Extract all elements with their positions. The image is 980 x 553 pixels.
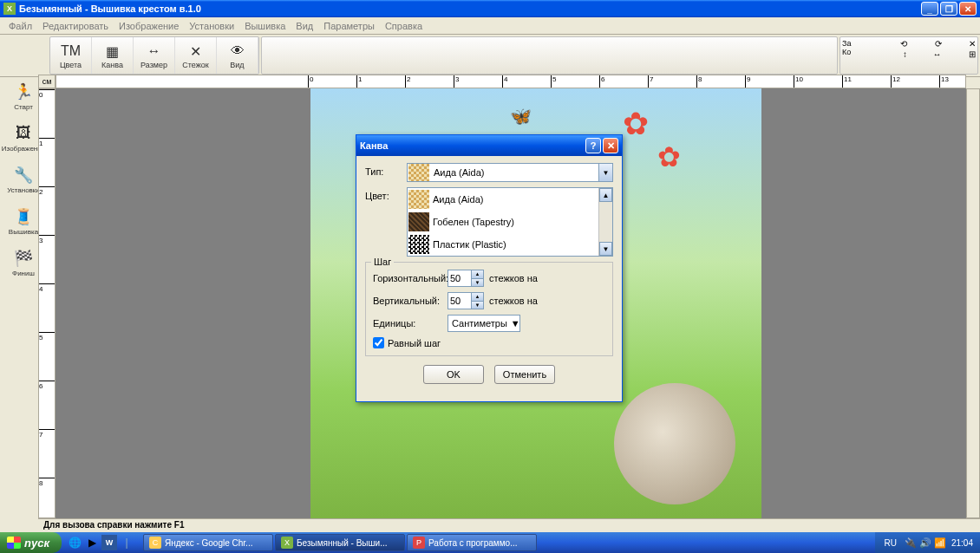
scroll-down-icon[interactable]: ▼ bbox=[599, 242, 612, 256]
вид-icon: 👁 bbox=[227, 42, 248, 61]
plastic-swatch-icon bbox=[408, 235, 429, 254]
window-titlebar: X Безымянный - Вышивка крестом в.1.0 _ ❐… bbox=[0, 0, 980, 17]
tool-вид[interactable]: 👁Вид bbox=[217, 37, 258, 74]
dropdown-arrow-icon[interactable]: ▼ bbox=[598, 164, 612, 181]
task-app-icon: C bbox=[149, 537, 161, 549]
menu-установки[interactable]: Установки bbox=[184, 19, 239, 33]
status-bar: Для вызова справки нажмите F1 bbox=[38, 518, 980, 532]
main-toolbar: ТМЦвета▦Канва↔Размер✕Стежок👁Вид bbox=[49, 36, 259, 75]
menu-редактировать[interactable]: Редактировать bbox=[37, 19, 114, 33]
dropdown-option-tapestry[interactable]: Гобелен (Tapestry) bbox=[408, 211, 612, 233]
option-label: Пластик (Plastic) bbox=[433, 239, 506, 250]
tool-цвета[interactable]: ТМЦвета bbox=[50, 37, 92, 74]
dropdown-scrollbar[interactable]: ▲ ▼ bbox=[598, 188, 612, 256]
task-items: CЯндекс - Google Chr...XБезымянный - Выш… bbox=[140, 534, 875, 551]
task-label: Работа с программо... bbox=[428, 538, 518, 548]
type-value: Аида (Aida) bbox=[430, 167, 598, 178]
vertical-spinner[interactable]: ▲▼ bbox=[448, 292, 484, 309]
task-item[interactable]: PРабота с программо... bbox=[407, 534, 537, 551]
horizontal-label: Горизонтальный: bbox=[373, 273, 448, 283]
task-item[interactable]: CЯндекс - Google Chr... bbox=[143, 534, 273, 551]
tool-label: Канва bbox=[101, 61, 123, 69]
tool-label: Размер bbox=[140, 61, 167, 69]
scroll-up-icon[interactable]: ▲ bbox=[599, 188, 612, 202]
task-app-icon: X bbox=[281, 537, 293, 549]
tray-icon[interactable]: 🔌 bbox=[905, 537, 917, 549]
minimize-button[interactable]: _ bbox=[921, 2, 938, 16]
dropdown-arrow-icon[interactable]: ▼ bbox=[511, 318, 520, 329]
start-button[interactable]: пуск bbox=[0, 532, 62, 553]
option-label: Гобелен (Tapestry) bbox=[433, 217, 514, 227]
tray-volume-icon[interactable]: 🔊 bbox=[919, 537, 931, 549]
side-label: Старт bbox=[14, 103, 33, 111]
menu-вид[interactable]: Вид bbox=[291, 19, 318, 33]
tool-icon[interactable]: ⊞ bbox=[969, 49, 976, 59]
horizontal-input[interactable] bbox=[448, 270, 471, 286]
tool-размер[interactable]: ↔Размер bbox=[134, 37, 175, 74]
language-indicator[interactable]: RU bbox=[882, 538, 899, 548]
app-icon[interactable]: ▶ bbox=[84, 535, 100, 550]
color-label: Цвет: bbox=[365, 187, 407, 201]
task-item[interactable]: XБезымянный - Выши... bbox=[275, 534, 405, 551]
menu-параметры[interactable]: Параметры bbox=[318, 19, 380, 33]
mouse-graphic bbox=[614, 383, 735, 504]
tray-network-icon[interactable]: 📶 bbox=[934, 537, 946, 549]
chrome-icon[interactable]: 🌐 bbox=[67, 535, 82, 550]
канва-icon: ▦ bbox=[102, 42, 123, 61]
flower-graphic: ✿ bbox=[623, 106, 657, 140]
step-legend: Шаг bbox=[371, 257, 394, 267]
tool-стежок[interactable]: ✕Стежок bbox=[175, 37, 217, 74]
menu-изображение[interactable]: Изображение bbox=[114, 19, 184, 33]
clock[interactable]: 21:04 bbox=[951, 538, 973, 548]
taskbar: пуск 🌐 ▶ W | CЯндекс - Google Chr...XБез… bbox=[0, 532, 980, 553]
menu-файл[interactable]: Файл bbox=[3, 19, 37, 33]
windows-flag-icon bbox=[7, 537, 21, 549]
tool-icon[interactable]: ⟲ bbox=[900, 39, 907, 49]
menu-вышивка[interactable]: Вышивка bbox=[239, 19, 291, 33]
start-label: пуск bbox=[24, 537, 49, 550]
side-label: Установки bbox=[7, 186, 40, 194]
option-label: Аида (Aida) bbox=[433, 194, 483, 205]
vertical-scrollbar[interactable] bbox=[966, 88, 980, 518]
spin-up-icon[interactable]: ▲ bbox=[471, 270, 483, 279]
spin-down-icon[interactable]: ▼ bbox=[471, 302, 483, 309]
close-button[interactable]: ✕ bbox=[959, 2, 977, 16]
стежок-icon: ✕ bbox=[186, 42, 206, 61]
equal-step-checkbox[interactable] bbox=[373, 337, 384, 348]
vertical-input[interactable] bbox=[448, 293, 471, 309]
размер-icon: ↔ bbox=[144, 42, 165, 61]
tool-label: Вид bbox=[230, 61, 244, 69]
tool-icon[interactable]: ✕ bbox=[969, 39, 976, 49]
старт-icon: 🏃 bbox=[11, 81, 36, 103]
type-combobox[interactable]: Аида (Aida) ▼ bbox=[407, 163, 613, 182]
word-icon[interactable]: W bbox=[101, 535, 117, 550]
dropdown-option-plastic[interactable]: Пластик (Plastic) bbox=[408, 233, 612, 256]
финиш-icon: 🏁 bbox=[11, 247, 36, 270]
canvas-dialog: Канва ? ✕ Тип: Аида (Aida) ▼ Цвет: Аида … bbox=[356, 134, 623, 402]
units-value: Сантиметры bbox=[448, 318, 511, 329]
tool-icon[interactable]: ↕ bbox=[903, 49, 907, 59]
menu-справка[interactable]: Справка bbox=[380, 19, 428, 33]
tool-icon[interactable]: ↔ bbox=[933, 49, 942, 59]
dialog-close-button[interactable]: ✕ bbox=[603, 138, 618, 153]
maximize-button[interactable]: ❐ bbox=[940, 2, 957, 16]
spin-down-icon[interactable]: ▼ bbox=[471, 279, 483, 287]
tool-icon[interactable]: ⟳ bbox=[935, 39, 942, 49]
spin-up-icon[interactable]: ▲ bbox=[471, 293, 483, 302]
horizontal-spinner[interactable]: ▲▼ bbox=[448, 270, 484, 287]
equal-step-label: Равный шаг bbox=[388, 338, 441, 348]
dialog-title: Канва bbox=[360, 140, 584, 151]
tool-канва[interactable]: ▦Канва bbox=[92, 37, 134, 74]
flower-graphic: ✿ bbox=[657, 140, 692, 175]
cancel-button[interactable]: Отменить bbox=[494, 365, 555, 384]
stitches-per-label: стежков на bbox=[489, 296, 538, 306]
dialog-help-button[interactable]: ? bbox=[585, 138, 601, 153]
horizontal-ruler: 0123456789101112131415 bbox=[56, 75, 966, 88]
side-label: Финиш bbox=[12, 270, 35, 277]
units-select[interactable]: Сантиметры ▼ bbox=[448, 315, 520, 332]
vertical-label: Вертикальный: bbox=[373, 296, 448, 306]
toolbar-right-panel: ЗаКо ⟲ ↕ ⟳ ↔ ✕ ⊞ bbox=[840, 36, 978, 75]
ok-button[interactable]: OK bbox=[423, 365, 484, 384]
dialog-titlebar[interactable]: Канва ? ✕ bbox=[356, 135, 622, 156]
dropdown-option-aida[interactable]: Аида (Aida) bbox=[408, 188, 612, 211]
